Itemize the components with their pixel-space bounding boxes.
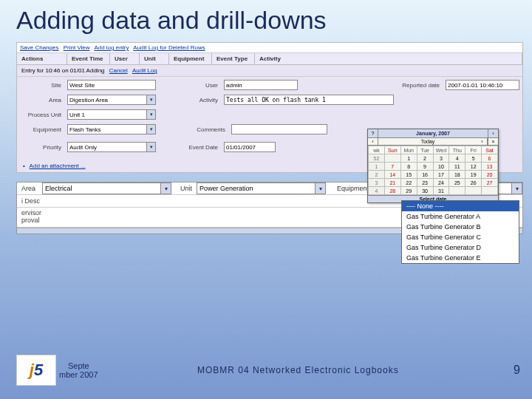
- cal-day: [482, 187, 498, 195]
- process-unit-value: Unit 1: [68, 112, 85, 118]
- header-activity: Activity: [255, 53, 522, 64]
- cal-prev-far[interactable]: ?: [368, 129, 378, 137]
- site-input[interactable]: West Site: [67, 80, 156, 90]
- cal-close[interactable]: ×: [488, 138, 498, 145]
- cal-dow: Thu: [449, 146, 466, 154]
- p2-unit-label: Unit: [171, 183, 197, 194]
- header-eventtime: Event Time: [67, 53, 110, 64]
- date-picker-popup: ? January, 2007 › ‹ Today › × wkSunMonTu…: [367, 129, 499, 203]
- header-actions: Actions: [17, 53, 67, 64]
- cal-day[interactable]: 14: [384, 171, 400, 179]
- cancel-link[interactable]: Cancel: [109, 67, 128, 74]
- cal-day[interactable]: 2: [417, 154, 433, 163]
- cal-day[interactable]: 27: [482, 179, 498, 187]
- process-unit-select[interactable]: Unit 1 ▾: [67, 109, 156, 120]
- cal-day[interactable]: 30: [417, 187, 433, 195]
- p2-area-label: Area: [17, 183, 42, 194]
- header-unit: Unit: [140, 53, 169, 64]
- print-view-link[interactable]: Print View: [64, 44, 90, 51]
- dropdown-option[interactable]: Gas Turbine Generator D: [402, 242, 519, 253]
- dropdown-option[interactable]: Gas Turbine Generator B: [402, 222, 519, 232]
- cal-day[interactable]: 26: [466, 179, 482, 187]
- reported-date-input[interactable]: 2007-01-01 10:46:10: [446, 80, 519, 90]
- cal-day[interactable]: 12: [466, 163, 482, 171]
- cal-day[interactable]: 8: [400, 163, 417, 171]
- slide-footer: j5 Septe mber 2007 MOBMR 04 Networked El…: [0, 355, 532, 386]
- cal-day[interactable]: 15: [400, 171, 417, 179]
- chevron-down-icon: ▾: [511, 183, 522, 194]
- process-unit-label: Process Unit: [20, 112, 64, 118]
- cal-day[interactable]: 24: [433, 179, 449, 187]
- entry-summary: Entry for 10:46 on 01/01 Adding Cancel A…: [17, 65, 522, 77]
- cal-dow: wk: [369, 146, 385, 154]
- add-attachment-link[interactable]: Add an attachment ...: [30, 163, 86, 169]
- cal-day[interactable]: 7: [384, 163, 400, 171]
- cal-day[interactable]: 20: [482, 171, 498, 179]
- dropdown-option[interactable]: ---- None ----: [402, 201, 519, 211]
- header-eventtype: Event Type: [212, 53, 255, 64]
- dropdown-option[interactable]: Gas Turbine Generator A: [402, 211, 519, 222]
- audit-log-entry-link[interactable]: Audit Log: [132, 67, 157, 74]
- area-select[interactable]: Digestion Area ▾: [67, 95, 156, 105]
- cal-grid: wkSunMonTueWedThuFriSat52123456178910111…: [368, 146, 498, 195]
- cal-day[interactable]: 22: [400, 179, 417, 187]
- p2-area-select[interactable]: Electrical ▾: [42, 183, 171, 194]
- cal-day[interactable]: 17: [433, 171, 449, 179]
- cal-day[interactable]: 10: [433, 163, 449, 171]
- p2-unit-select[interactable]: Power Generation ▾: [197, 183, 326, 194]
- cal-today-button[interactable]: Today: [378, 138, 477, 145]
- cal-dow: Tue: [417, 146, 433, 154]
- cal-day[interactable]: 13: [482, 163, 498, 171]
- cal-next-far[interactable]: ›: [488, 129, 498, 137]
- cal-day[interactable]: 29: [400, 187, 417, 195]
- cal-day[interactable]: 25: [449, 179, 466, 187]
- add-log-entry-link[interactable]: Add log entry: [94, 44, 129, 51]
- entry-text: Entry for 10:46 on 01/01 Adding: [21, 67, 105, 74]
- chevron-down-icon: ▾: [146, 125, 155, 134]
- cal-dow: Sun: [384, 146, 400, 154]
- cal-day[interactable]: 5: [466, 154, 482, 163]
- cal-day[interactable]: 9: [417, 163, 433, 171]
- equipment-value: Flash Tanks: [68, 126, 101, 133]
- footer-page-number: 9: [498, 364, 520, 377]
- cal-day[interactable]: 6: [482, 154, 498, 163]
- column-headers: Actions Event Time User Unit Equipment E…: [17, 53, 522, 65]
- log-entry-form-screenshot: Save Changes Print View Add log entry Au…: [16, 42, 523, 173]
- save-changes-link[interactable]: Save Changes: [20, 44, 58, 51]
- cal-day[interactable]: 19: [466, 171, 482, 179]
- user-input[interactable]: admin: [224, 80, 298, 90]
- cal-day[interactable]: 4: [449, 154, 466, 163]
- dropdown-option[interactable]: Gas Turbine Generator E: [402, 253, 519, 263]
- chevron-down-icon: ▾: [315, 183, 325, 194]
- header-user: User: [110, 53, 140, 64]
- event-date-input[interactable]: 01/01/2007: [224, 142, 276, 152]
- cal-day[interactable]: 16: [417, 171, 433, 179]
- comments-label: Comments: [191, 126, 228, 133]
- comments-input[interactable]: [231, 124, 327, 134]
- cal-prev[interactable]: ‹: [368, 138, 378, 145]
- cal-month-label: January, 2007: [378, 129, 488, 137]
- form-toolbar: Save Changes Print View Add log entry Au…: [17, 43, 522, 53]
- cal-dow: Mon: [400, 146, 417, 154]
- cal-day: [466, 187, 482, 195]
- cal-day[interactable]: 31: [433, 187, 449, 195]
- cal-day: [449, 187, 466, 195]
- cal-day[interactable]: 23: [417, 179, 433, 187]
- cal-day[interactable]: 11: [449, 163, 466, 171]
- equipment-select[interactable]: Flash Tanks ▾: [67, 124, 156, 134]
- cal-next[interactable]: ›: [477, 138, 488, 145]
- header-equipment: Equipment: [169, 53, 212, 64]
- audit-log-link[interactable]: Audit Log for Deleted Rows: [133, 44, 205, 51]
- activity-textarea[interactable]: Tests all OK on flash tank 1: [224, 95, 394, 105]
- priority-select[interactable]: Audit Only ▾: [67, 142, 156, 152]
- dropdown-option[interactable]: Gas Turbine Generator C: [402, 232, 519, 242]
- cal-day[interactable]: 28: [384, 187, 400, 195]
- cal-day[interactable]: 18: [449, 171, 466, 179]
- cal-day[interactable]: 3: [433, 154, 449, 163]
- cal-day: [384, 154, 400, 163]
- bullet-icon: •: [23, 163, 25, 169]
- equipment-label: Equipment: [20, 126, 64, 133]
- reported-date-label: Reported date: [391, 82, 443, 89]
- cal-day[interactable]: 21: [384, 179, 400, 187]
- cal-day[interactable]: 1: [400, 154, 417, 163]
